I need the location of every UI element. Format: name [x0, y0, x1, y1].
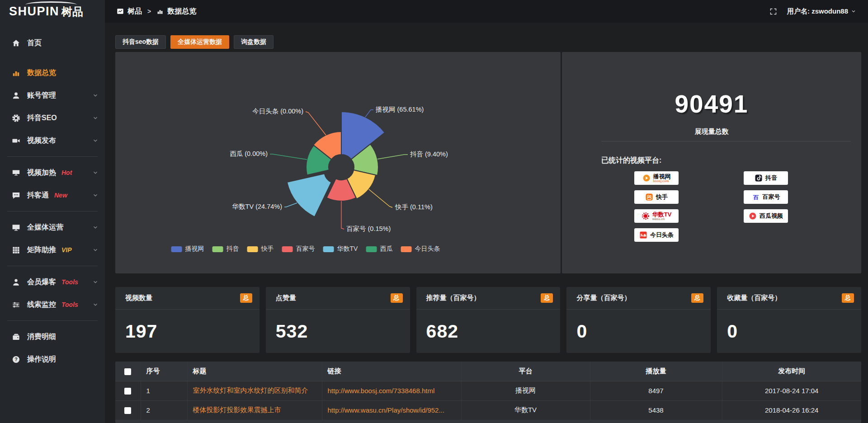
- videos-table: 序号标题链接平台播放量发布时间 1室外水纹灯和室内水纹灯的区别和简介http:/…: [115, 362, 861, 423]
- cell-title[interactable]: 楼体投影灯投影效果震撼上市: [187, 400, 322, 420]
- select-all-checkbox[interactable]: [124, 368, 131, 375]
- stat-card-header: 收藏量（百家号）总: [717, 287, 861, 310]
- platform-subtext: boosj.com: [653, 179, 671, 183]
- chevron-down-icon: [92, 301, 99, 308]
- row-checkbox[interactable]: [124, 407, 131, 414]
- sidebar-item-label: 账号管理: [27, 91, 56, 100]
- video-camera-icon: [12, 136, 20, 145]
- cell-plays: 8497: [590, 381, 722, 400]
- table-row-partial: [115, 420, 861, 423]
- chevron-down-icon: [92, 115, 99, 121]
- user-dropdown[interactable]: 用户名: zswodun88: [787, 7, 856, 16]
- platform-badge-toutiao: 头条今日头条: [634, 228, 679, 242]
- legend-item-toutiao[interactable]: 今日头条: [401, 245, 440, 253]
- platform-name: 今日头条: [650, 231, 674, 239]
- legend-item-baijiahao[interactable]: 百家号: [282, 245, 315, 253]
- cell-published: 2017-08-24 17:04: [722, 381, 861, 400]
- stat-card-share-count: 分享量（百家号）总0: [566, 287, 711, 353]
- sidebar-item-tag: Tools: [61, 301, 78, 308]
- breadcrumb-separator: >: [147, 8, 151, 15]
- legend-swatch: [212, 246, 223, 252]
- sidebar-item-omni-media-operation[interactable]: 全媒体运营: [0, 216, 105, 239]
- platform-badge-boosj: 播视网boosj.com: [634, 171, 679, 185]
- platform-name: 快手: [656, 193, 668, 201]
- sidebar-item-consumption-details[interactable]: 消费明细: [0, 325, 105, 348]
- platform-badge-douyin: 抖音: [744, 171, 788, 185]
- legend-item-xigua[interactable]: 西瓜: [366, 245, 392, 253]
- sidebar-item-label: 数据总览: [27, 68, 56, 78]
- videos-table-panel: 序号标题链接平台播放量发布时间 1室外水纹灯和室内水纹灯的区别和简介http:/…: [115, 362, 861, 423]
- legend-item-douyin[interactable]: 抖音: [212, 245, 239, 253]
- tab-omni-media-operation-data[interactable]: 全媒体运营数据: [170, 35, 229, 49]
- stat-card-value: 532: [266, 310, 410, 353]
- total-badge[interactable]: 总: [391, 293, 403, 302]
- cell-link[interactable]: http://www.boosj.com/7338468.html: [322, 381, 461, 400]
- sidebar-item-label: 操作说明: [27, 355, 56, 364]
- sidebar-item-tag: Hot: [61, 169, 72, 176]
- pie-label-line: [341, 201, 344, 229]
- chevron-down-icon: [92, 169, 99, 176]
- legend-label: 抖音: [226, 245, 239, 253]
- legend-item-boosj[interactable]: 播视网: [171, 245, 204, 253]
- cell-link[interactable]: http://www.wasu.cn/Play/show/id/952...: [322, 400, 461, 420]
- sidebar-item-home[interactable]: 首页: [0, 32, 105, 54]
- app-logo: SHUPIN树品: [0, 0, 105, 27]
- tab-douyin-seo-data[interactable]: 抖音seo数据: [115, 35, 166, 49]
- sidebar-item-tag: VIP: [61, 246, 72, 254]
- column-header: 序号: [141, 362, 187, 381]
- fullscreen-icon[interactable]: [769, 8, 777, 15]
- total-badge[interactable]: 总: [691, 293, 703, 302]
- table-row: 2楼体投影灯投影效果震撼上市http://www.wasu.cn/Play/sh…: [115, 400, 861, 420]
- platforms-title: 已统计的视频平台:: [601, 156, 661, 165]
- sidebar-item-video-publish[interactable]: 视频发布: [0, 129, 105, 152]
- row-checkbox[interactable]: [124, 388, 131, 395]
- sidebar-item-douyin-seo[interactable]: 抖音SEO: [0, 107, 105, 129]
- sidebar-item-operation-guide[interactable]: ?操作说明: [0, 348, 105, 371]
- legend-swatch: [323, 246, 334, 252]
- legend-item-wasu-tv[interactable]: 华数TV: [323, 245, 358, 253]
- logo-arc-decoration: [25, 1, 77, 8]
- stat-card-favorite-count: 收藏量（百家号）总0: [717, 287, 861, 353]
- pie-slice-wasu-tv[interactable]: [287, 174, 331, 217]
- pie-slice-label: 西瓜 (0.00%): [230, 150, 268, 157]
- sidebar-item-member-baoke[interactable]: 会员爆客Tools: [0, 271, 105, 293]
- sidebar-item-label: 抖客通: [27, 191, 49, 200]
- total-impressions-value: 90491: [562, 92, 861, 117]
- sidebar-item-data-overview[interactable]: 数据总览: [0, 61, 105, 84]
- platform-badge-wasu: 华数TVwasu.cn: [634, 209, 679, 223]
- platform-badges-left-column: 播视网boosj.com快手华数TVwasu.cn头条今日头条: [634, 171, 679, 242]
- sidebar-item-label: 矩阵助推: [27, 245, 56, 255]
- sidebar-item-label: 视频加热: [27, 168, 56, 178]
- cell-title[interactable]: 室外水纹灯和室内水纹灯的区别和简介: [187, 381, 322, 400]
- sidebar-item-douketong[interactable]: 抖客通New: [0, 184, 105, 207]
- bar-chart-icon: [156, 8, 164, 15]
- table-header-row: 序号标题链接平台播放量发布时间: [115, 362, 861, 381]
- breadcrumb-root[interactable]: 树品: [127, 7, 142, 16]
- sidebar-item-video-heating[interactable]: 视频加热Hot: [0, 161, 105, 184]
- tab-inquiry-data[interactable]: 询盘数据: [234, 35, 274, 49]
- legend-item-kuaishou[interactable]: 快手: [247, 245, 274, 253]
- sidebar-item-label: 消费明细: [27, 332, 56, 342]
- table-header: 序号标题链接平台播放量发布时间: [115, 362, 861, 381]
- username-label: 用户名: zswodun88: [787, 7, 848, 16]
- sidebar-item-account-management[interactable]: 账号管理: [0, 84, 105, 107]
- stat-card-value: 0: [717, 310, 861, 353]
- stat-card-label: 收藏量（百家号）: [727, 294, 781, 302]
- pie-slice-label: 快手 (0.11%): [395, 203, 433, 211]
- sidebar-item-matrix-boost[interactable]: 矩阵助推VIP: [0, 239, 105, 261]
- sidebar-menu: 首页数据总览账号管理抖音SEO视频发布视频加热Hot抖客通New全媒体运营矩阵助…: [0, 27, 105, 371]
- sidebar-item-lead-monitoring[interactable]: 线索监控Tools: [0, 293, 105, 316]
- legend-swatch: [401, 246, 411, 252]
- legend-label: 西瓜: [380, 245, 392, 253]
- pie-slice-label: 抖音 (9.40%): [410, 150, 448, 158]
- total-badge[interactable]: 总: [842, 293, 854, 302]
- chat-icon: [12, 191, 20, 200]
- total-badge[interactable]: 总: [240, 293, 252, 302]
- total-badge[interactable]: 总: [541, 293, 553, 302]
- breadcrumb: 树品 > 数据总览: [117, 7, 196, 16]
- breadcrumb-current[interactable]: 数据总览: [167, 7, 196, 16]
- platform-name: 播视网: [653, 174, 671, 180]
- svg-text:头条: 头条: [640, 234, 646, 237]
- stat-card-label: 推荐量（百家号）: [426, 294, 481, 302]
- cell-platform: 华数TV: [461, 400, 590, 420]
